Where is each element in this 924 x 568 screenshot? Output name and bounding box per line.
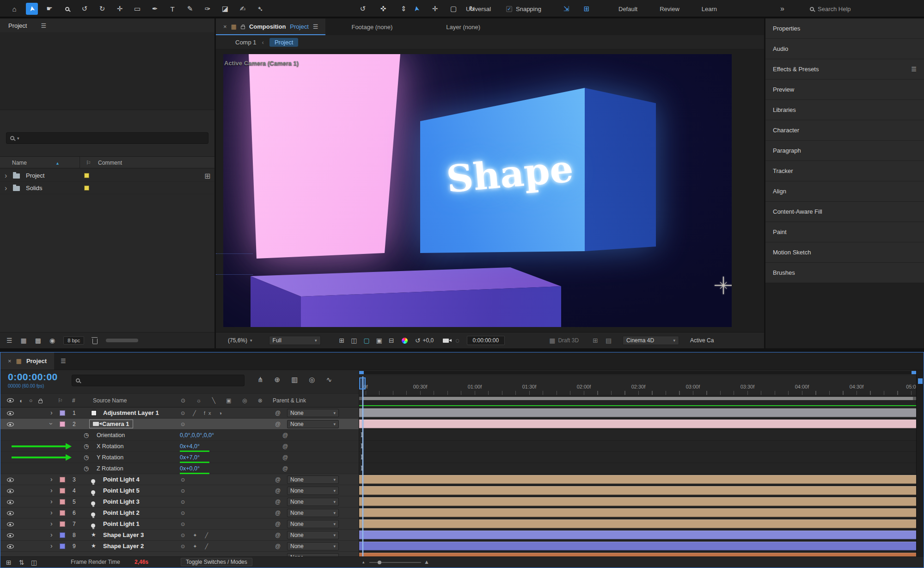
visibility-eye-icon[interactable] bbox=[7, 522, 14, 526]
horizontal-scrollbar-thumb[interactable] bbox=[106, 339, 138, 342]
label-color-swatch[interactable] bbox=[60, 521, 65, 527]
expand-chevron[interactable]: › bbox=[50, 543, 53, 549]
composition-viewport[interactable]: Active Camera (Camera 1) Shape bbox=[216, 49, 764, 332]
panel-tab-effects-presets[interactable]: Effects & Presets☰ bbox=[765, 59, 924, 79]
parent-pickwhip-icon[interactable]: @ bbox=[275, 521, 281, 527]
zoom-tool-icon[interactable] bbox=[61, 3, 73, 15]
pan-behind-tool-icon[interactable]: ✛ bbox=[114, 3, 126, 15]
work-area-bar[interactable] bbox=[359, 397, 916, 400]
parent-dropdown[interactable]: None▾ bbox=[287, 475, 339, 484]
frame-blending-icon[interactable]: ⊕ bbox=[275, 376, 281, 384]
tab-timeline-project[interactable]: × ▦ Project bbox=[0, 352, 54, 370]
breadcrumb-active[interactable]: Project bbox=[269, 38, 298, 47]
expand-chevron[interactable]: › bbox=[50, 531, 53, 538]
rendered-composition[interactable]: Active Camera (Camera 1) Shape bbox=[223, 54, 732, 327]
visibility-eye-icon[interactable] bbox=[7, 411, 14, 415]
expand-chevron[interactable]: › bbox=[50, 520, 53, 527]
layer-duration-bar[interactable] bbox=[359, 531, 916, 539]
tab-layer[interactable]: Layer (none) bbox=[441, 24, 485, 31]
expand-chevron[interactable]: › bbox=[5, 172, 7, 180]
label-color-swatch[interactable] bbox=[60, 410, 65, 416]
panel-menu-icon[interactable]: ☰ bbox=[61, 358, 66, 364]
panel-tab-character[interactable]: Character bbox=[765, 120, 924, 140]
layer-switches[interactable]: ⊙ ✦ ╱ bbox=[181, 543, 211, 549]
layer-duration-bar[interactable] bbox=[359, 519, 916, 528]
renderer-dropdown[interactable]: Cinema 4D▾ bbox=[623, 336, 679, 345]
expand-chevron[interactable]: › bbox=[50, 509, 53, 516]
parent-pickwhip-icon[interactable]: @ bbox=[275, 410, 281, 416]
property-pickwhip-icon[interactable]: @ bbox=[282, 454, 288, 461]
mask-visibility-icon[interactable]: ◫ bbox=[351, 337, 357, 344]
sort-ascending-icon[interactable]: ▲ bbox=[55, 161, 60, 166]
stopwatch-icon[interactable]: ◷ bbox=[84, 454, 89, 461]
label-color-swatch[interactable] bbox=[60, 499, 65, 505]
list-view-icon[interactable]: ☰ bbox=[6, 337, 12, 344]
workspace-tab-default[interactable]: Default bbox=[618, 6, 637, 12]
parent-dropdown[interactable]: None▾ bbox=[287, 509, 339, 517]
project-row[interactable]: ›Solids bbox=[0, 182, 214, 194]
channel-color-icon[interactable] bbox=[402, 338, 408, 344]
timeline-layer-row[interactable]: ›1Adjustment Layer 1⊙ ╱ fx ◑@None▾ bbox=[0, 407, 359, 419]
render-queue-icon[interactable]: ⊞ bbox=[6, 559, 12, 566]
expand-chevron[interactable]: › bbox=[50, 498, 53, 505]
tab-composition[interactable]: × ▦ Composition Project ☰ bbox=[216, 19, 325, 35]
scrollbar-thumb[interactable] bbox=[918, 378, 923, 384]
bit-depth-button[interactable]: 8 bpc bbox=[63, 336, 84, 345]
expand-chevron[interactable]: › bbox=[50, 476, 53, 482]
parent-dropdown[interactable]: None▾ bbox=[287, 498, 339, 506]
property-value[interactable]: 0,0°,0,0°,0,0° bbox=[180, 432, 214, 438]
orbit-tool-icon[interactable]: ↺ bbox=[357, 3, 369, 15]
timeline-vertical-scrollbar[interactable] bbox=[916, 370, 924, 556]
layer-duration-bar[interactable] bbox=[359, 542, 916, 550]
parent-pickwhip-icon[interactable]: @ bbox=[275, 499, 281, 505]
composition-flowchart-icon[interactable]: ⋔ bbox=[257, 376, 263, 384]
parent-dropdown[interactable]: None▾ bbox=[287, 542, 339, 550]
zoom-out-icon[interactable]: ▴ bbox=[362, 560, 365, 564]
tab-footage[interactable]: Footage (none) bbox=[347, 24, 397, 31]
panel-tab-properties[interactable]: Properties bbox=[765, 19, 924, 38]
layer-switches[interactable]: ⊙ bbox=[181, 499, 188, 505]
expand-chevron[interactable]: › bbox=[48, 423, 55, 425]
visibility-eye-icon[interactable] bbox=[7, 489, 14, 493]
workspace-tab-review[interactable]: Review bbox=[660, 6, 679, 12]
label-color-swatch[interactable] bbox=[60, 421, 65, 427]
layer-duration-bar[interactable] bbox=[359, 408, 916, 417]
panel-tab-tracker[interactable]: Tracker bbox=[765, 161, 924, 181]
timeline-layer-row[interactable]: ›5Point Light 3⊙@None▾ bbox=[0, 496, 359, 507]
parent-pickwhip-icon[interactable]: @ bbox=[275, 476, 281, 483]
column-parent-link[interactable]: Parent & Link bbox=[273, 397, 306, 404]
show-snapshot-icon[interactable]: ◌ bbox=[455, 337, 459, 344]
property-value[interactable]: 0x+0,0° bbox=[180, 465, 200, 472]
label-color-swatch[interactable] bbox=[84, 173, 89, 178]
layer-switches[interactable]: ⊙ bbox=[181, 510, 188, 516]
layer-duration-bar[interactable] bbox=[359, 508, 916, 517]
playhead-handle[interactable] bbox=[359, 377, 366, 389]
layer-switches[interactable]: ⊙ ╱ fx ◑ bbox=[181, 410, 225, 416]
panel-menu-icon[interactable]: ☰ bbox=[41, 22, 46, 29]
help-search[interactable]: Search Help bbox=[810, 0, 851, 18]
graph-editor-icon[interactable]: ∿ bbox=[326, 376, 332, 384]
timeline-layer-row[interactable]: None bbox=[0, 552, 359, 556]
visibility-eye-icon[interactable] bbox=[7, 422, 14, 426]
time-ruler[interactable]: 0f00:30f01:00f01:30f02:00f02:30f03:00f03… bbox=[359, 376, 916, 395]
parent-pickwhip-icon[interactable]: @ bbox=[275, 510, 281, 516]
snapping-control[interactable]: ✓ Snapping bbox=[506, 0, 541, 18]
layer-switches[interactable]: ⊙ bbox=[181, 488, 188, 494]
breadcrumb-comp[interactable]: Comp 1 bbox=[235, 39, 257, 46]
resolution-dropdown[interactable]: Full▾ bbox=[269, 336, 321, 345]
visibility-eye-icon[interactable] bbox=[7, 533, 14, 537]
parent-dropdown[interactable]: None▾ bbox=[287, 531, 339, 539]
hand-tool-icon[interactable]: ☛ bbox=[43, 3, 55, 15]
timeline-track-area[interactable]: 0f00:30f01:00f01:30f02:00f02:30f03:00f03… bbox=[359, 370, 916, 556]
project-search-input[interactable]: ▾ bbox=[6, 132, 208, 144]
universal-dropdown[interactable]: Universal bbox=[466, 0, 491, 18]
layer-switches[interactable]: ⊙ bbox=[181, 521, 188, 527]
home-icon[interactable]: ⌂ bbox=[8, 3, 20, 15]
visibility-eye-icon[interactable] bbox=[7, 478, 14, 482]
property-pickwhip-icon[interactable]: @ bbox=[282, 465, 288, 472]
parent-dropdown[interactable]: None▾ bbox=[287, 520, 339, 528]
column-number[interactable]: # bbox=[72, 397, 75, 404]
panel-tab-paragraph[interactable]: Paragraph bbox=[765, 141, 924, 161]
preview-favorites-icon[interactable]: ◫ bbox=[31, 559, 37, 566]
label-color-swatch[interactable] bbox=[60, 543, 65, 549]
